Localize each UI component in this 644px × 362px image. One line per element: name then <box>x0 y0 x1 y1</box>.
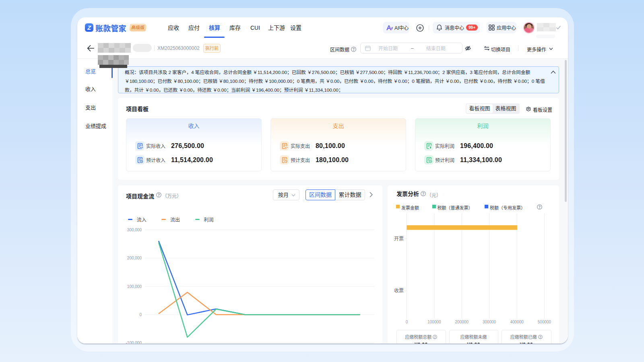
svg-text:100000: 100000 <box>427 320 441 324</box>
svg-text:开票: 开票 <box>394 236 404 242</box>
svg-text:300000: 300000 <box>483 320 496 324</box>
svg-text:400000: 400000 <box>510 320 524 324</box>
svg-text:300,000: 300,000 <box>127 228 142 232</box>
svg-text:100,000: 100,000 <box>127 284 142 289</box>
svg-text:收票: 收票 <box>394 288 404 294</box>
svg-text:200,000: 200,000 <box>127 256 142 260</box>
svg-text:0: 0 <box>406 320 408 324</box>
svg-text:-100,000: -100,000 <box>126 341 142 343</box>
svg-text:0: 0 <box>139 313 142 317</box>
svg-text:500000: 500000 <box>538 320 551 324</box>
svg-text:200000: 200000 <box>455 320 469 324</box>
